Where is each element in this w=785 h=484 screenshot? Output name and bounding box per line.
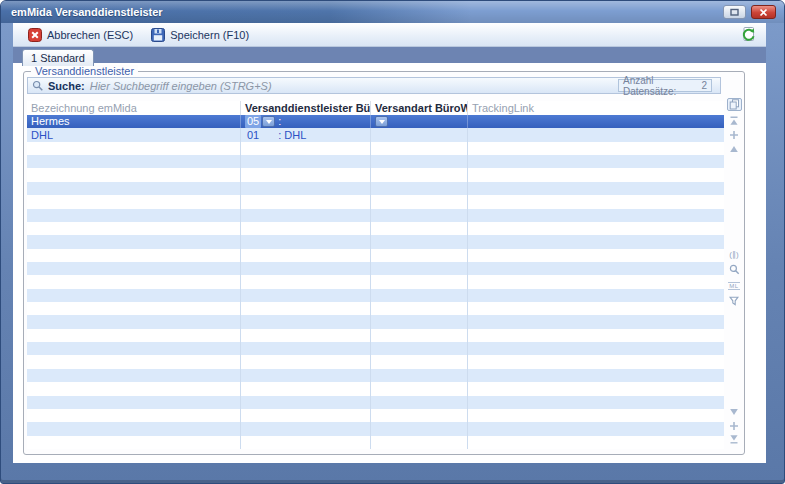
cell-versandart[interactable] xyxy=(371,382,468,395)
cell-bezeichnung[interactable] xyxy=(27,329,241,342)
table-row[interactable] xyxy=(27,396,724,409)
cell-versandart[interactable] xyxy=(371,369,468,382)
cell-versandart[interactable] xyxy=(371,195,468,208)
close-button[interactable] xyxy=(751,5,776,19)
cell-trackinglink[interactable] xyxy=(468,262,724,275)
cell-bezeichnung[interactable] xyxy=(27,302,241,315)
table-row[interactable] xyxy=(27,422,724,435)
table-row[interactable] xyxy=(27,436,724,449)
cell-versandart[interactable] xyxy=(371,209,468,222)
table-row[interactable] xyxy=(27,222,724,235)
table-row[interactable] xyxy=(27,289,724,302)
cell-versanddienstleister[interactable]: 01: DHL xyxy=(241,128,371,141)
cell-trackinglink[interactable] xyxy=(468,249,724,262)
cell-bezeichnung[interactable] xyxy=(27,409,241,422)
cell-versanddienstleister[interactable] xyxy=(241,355,371,368)
vdl-code-field[interactable]: 01 xyxy=(245,129,261,142)
filter-icon[interactable] xyxy=(725,294,743,307)
cell-versandart[interactable] xyxy=(371,235,468,248)
table-row[interactable]: Hermes05: xyxy=(27,115,724,128)
search-input[interactable]: Hier Suchbegriff eingeben (STRG+S) xyxy=(90,80,272,92)
cell-versanddienstleister[interactable] xyxy=(241,142,371,155)
cell-trackinglink[interactable] xyxy=(468,235,724,248)
cell-bezeichnung[interactable] xyxy=(27,262,241,275)
table-row[interactable] xyxy=(27,262,724,275)
cell-versandart[interactable] xyxy=(371,315,468,328)
cell-bezeichnung[interactable] xyxy=(27,355,241,368)
cell-versanddienstleister[interactable] xyxy=(241,302,371,315)
cell-versanddienstleister[interactable] xyxy=(241,275,371,288)
versandart-dropdown-button[interactable] xyxy=(375,116,388,127)
cell-versandart[interactable] xyxy=(371,222,468,235)
cell-versanddienstleister[interactable] xyxy=(241,155,371,168)
cell-versandart[interactable] xyxy=(371,342,468,355)
table-row[interactable] xyxy=(27,329,724,342)
cell-bezeichnung[interactable] xyxy=(27,222,241,235)
table-row[interactable] xyxy=(27,409,724,422)
vdl-dropdown-button[interactable] xyxy=(262,116,275,127)
cell-versandart[interactable] xyxy=(371,422,468,435)
cell-trackinglink[interactable] xyxy=(468,222,724,235)
cell-versandart[interactable] xyxy=(371,262,468,275)
cell-versanddienstleister[interactable] xyxy=(241,315,371,328)
save-button[interactable]: Speichern (F10) xyxy=(142,25,258,45)
cell-versanddienstleister[interactable] xyxy=(241,182,371,195)
scroll-down-step-icon[interactable] xyxy=(725,419,743,432)
cell-versanddienstleister[interactable] xyxy=(241,382,371,395)
titlebar[interactable]: emMida Versanddienstleister xyxy=(1,1,784,23)
table-row[interactable] xyxy=(27,168,724,181)
cell-bezeichnung[interactable] xyxy=(27,315,241,328)
cell-versandart[interactable] xyxy=(371,115,468,128)
cell-trackinglink[interactable] xyxy=(468,115,724,128)
cell-trackinglink[interactable] xyxy=(468,396,724,409)
cell-bezeichnung[interactable] xyxy=(27,195,241,208)
cell-versanddienstleister[interactable] xyxy=(241,262,371,275)
abort-button[interactable]: Abbrechen (ESC) xyxy=(19,25,142,45)
cell-versanddienstleister[interactable] xyxy=(241,195,371,208)
cell-trackinglink[interactable] xyxy=(468,436,724,449)
scroll-top-icon[interactable] xyxy=(725,114,743,127)
column-header-trackinglink[interactable]: TrackingLink xyxy=(468,101,724,115)
cell-trackinglink[interactable] xyxy=(468,369,724,382)
cell-versandart[interactable] xyxy=(371,275,468,288)
cell-versandart[interactable] xyxy=(371,249,468,262)
search-bar[interactable]: Suche: Hier Suchbegriff eingeben (STRG+S… xyxy=(27,77,721,94)
cell-bezeichnung[interactable] xyxy=(27,382,241,395)
cell-bezeichnung[interactable] xyxy=(27,209,241,222)
grid-search-icon[interactable] xyxy=(725,263,743,276)
cell-versandart[interactable] xyxy=(371,329,468,342)
cell-versandart[interactable] xyxy=(371,409,468,422)
cell-versanddienstleister[interactable]: 05: xyxy=(241,115,371,128)
cell-bezeichnung[interactable] xyxy=(27,342,241,355)
cell-bezeichnung[interactable] xyxy=(27,235,241,248)
cell-versandart[interactable] xyxy=(371,168,468,181)
table-row[interactable] xyxy=(27,182,724,195)
maximize-button[interactable] xyxy=(723,5,746,19)
cell-trackinglink[interactable] xyxy=(468,355,724,368)
cell-trackinglink[interactable] xyxy=(468,168,724,181)
cell-trackinglink[interactable] xyxy=(468,128,724,141)
cell-bezeichnung[interactable] xyxy=(27,249,241,262)
cell-versanddienstleister[interactable] xyxy=(241,168,371,181)
cell-trackinglink[interactable] xyxy=(468,142,724,155)
table-row[interactable] xyxy=(27,142,724,155)
cell-versanddienstleister[interactable] xyxy=(241,209,371,222)
cell-versanddienstleister[interactable] xyxy=(241,422,371,435)
table-row[interactable] xyxy=(27,382,724,395)
table-row[interactable] xyxy=(27,195,724,208)
cell-trackinglink[interactable] xyxy=(468,302,724,315)
cell-bezeichnung[interactable] xyxy=(27,422,241,435)
cell-bezeichnung[interactable] xyxy=(27,289,241,302)
vdl-code-field[interactable]: 05 xyxy=(245,115,261,128)
scroll-up-step-icon[interactable] xyxy=(725,128,743,141)
cell-versanddienstleister[interactable] xyxy=(241,342,371,355)
cell-bezeichnung[interactable] xyxy=(27,436,241,449)
table-row[interactable] xyxy=(27,235,724,248)
cell-versanddienstleister[interactable] xyxy=(241,222,371,235)
cell-versanddienstleister[interactable] xyxy=(241,436,371,449)
cell-bezeichnung[interactable] xyxy=(27,155,241,168)
cell-bezeichnung[interactable] xyxy=(27,275,241,288)
cell-trackinglink[interactable] xyxy=(468,315,724,328)
table-row[interactable] xyxy=(27,369,724,382)
column-header-versanddienstleister[interactable]: Versanddienstleister BüroWARE xyxy=(241,101,371,115)
